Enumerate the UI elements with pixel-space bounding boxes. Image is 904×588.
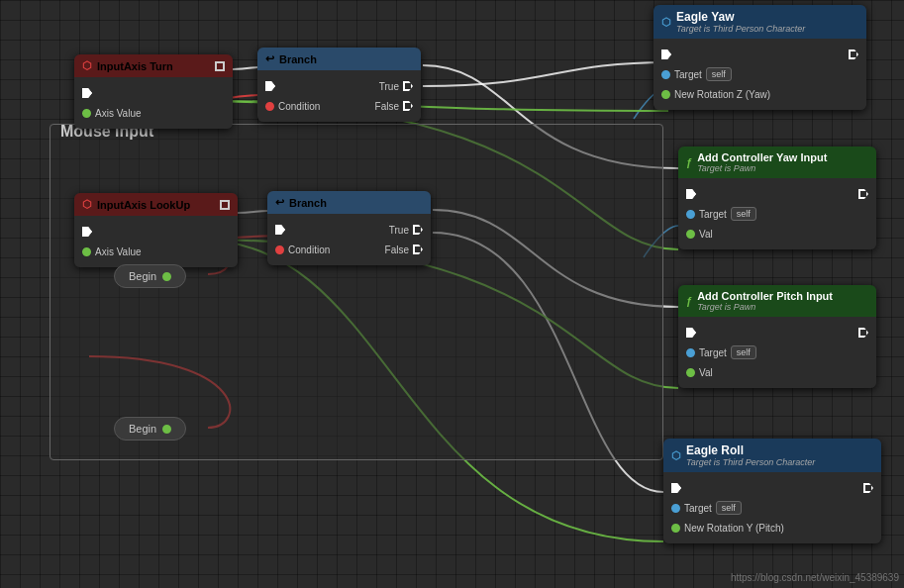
node-header-turn: ⬡ InputAxis Turn <box>74 54 233 77</box>
turn-body: Axis Value <box>74 77 233 129</box>
lookup-marker <box>220 200 230 210</box>
eagle-roll-exec-row <box>663 478 881 498</box>
blueprint-canvas: Mouse input ⬡ InputAxis Turn Axis Value … <box>0 0 904 588</box>
eagle-roll-rotation-label: New Rotation Y (Pitch) <box>684 523 784 534</box>
add-yaw-target-value: self <box>731 207 756 221</box>
turn-exec-out-pin <box>82 88 92 98</box>
add-pitch-target-row: Target self <box>678 343 876 362</box>
add-yaw-val-label: Val <box>699 229 713 240</box>
begin2-label: Begin <box>129 423 156 435</box>
branch1-header: ↩ Branch <box>257 48 421 70</box>
add-pitch-target-value: self <box>731 345 756 359</box>
begin2-pin <box>162 425 171 434</box>
branch1-true-label: True <box>379 81 399 92</box>
turn-marker <box>215 61 225 71</box>
eagle-roll-exec-in <box>671 483 681 493</box>
node-branch1[interactable]: ↩ Branch True Condition False <box>257 48 421 122</box>
add-yaw-target-label: Target <box>699 209 727 220</box>
branch2-icon: ↩ <box>275 196 284 209</box>
eagle-yaw-subtitle: Target is Third Person Character <box>676 24 805 34</box>
lookup-exec-out-pin <box>82 227 92 237</box>
node-add-yaw[interactable]: ƒ Add Controller Yaw Input Target is Paw… <box>678 147 876 249</box>
eagle-yaw-rotation-label: New Rotation Z (Yaw) <box>674 89 770 100</box>
eagle-yaw-rotation-pin <box>661 90 670 99</box>
eagle-yaw-body: Target self New Rotation Z (Yaw) <box>653 39 866 110</box>
add-yaw-target-pin <box>686 210 695 219</box>
node-inputaxis-lookup[interactable]: ⬡ InputAxis LookUp Axis Value <box>74 193 238 267</box>
add-pitch-val-pin <box>686 368 695 377</box>
turn-axis-pin <box>82 109 91 118</box>
lookup-axis-pin <box>82 247 91 256</box>
branch1-icon: ↩ <box>265 52 274 65</box>
eagle-yaw-target-row: Target self <box>653 64 866 84</box>
add-pitch-exec-out <box>858 328 868 338</box>
turn-icon: ⬡ <box>82 59 92 72</box>
node-eagle-yaw[interactable]: ⬡ Eagle Yaw Target is Third Person Chara… <box>653 5 866 110</box>
add-pitch-exec-row <box>678 323 876 343</box>
eagle-roll-target-pin <box>671 504 680 513</box>
branch2-condition-row: Condition False <box>267 240 431 259</box>
branch1-condition-pin <box>265 102 274 111</box>
branch2-exec-in <box>275 225 285 235</box>
watermark-text: https://blog.csdn.net/weixin_45389639 <box>731 572 899 583</box>
add-pitch-target-pin <box>686 348 695 357</box>
eagle-yaw-target-value: self <box>706 67 732 81</box>
turn-axis-label: Axis Value <box>95 108 142 119</box>
eagle-yaw-exec-out <box>849 49 858 59</box>
add-yaw-target-row: Target self <box>678 204 876 224</box>
add-yaw-header: ƒ Add Controller Yaw Input Target is Paw… <box>678 147 876 178</box>
node-inputaxis-turn[interactable]: ⬡ InputAxis Turn Axis Value <box>74 54 233 129</box>
turn-axis-row: Axis Value <box>74 103 233 123</box>
eagle-roll-header: ⬡ Eagle Roll Target is Third Person Char… <box>663 439 881 472</box>
eagle-yaw-title: Eagle Yaw <box>676 10 805 24</box>
node-eagle-roll[interactable]: ⬡ Eagle Roll Target is Third Person Char… <box>663 439 881 543</box>
eagle-roll-rotation-row: New Rotation Y (Pitch) <box>663 518 881 538</box>
branch2-title: Branch <box>289 197 327 209</box>
add-pitch-val-label: Val <box>699 367 713 378</box>
add-pitch-exec-in <box>686 328 696 338</box>
lookup-axis-row: Axis Value <box>74 242 238 261</box>
branch1-exec-in <box>265 81 275 91</box>
eagle-roll-subtitle: Target is Third Person Character <box>686 457 815 467</box>
add-yaw-title: Add Controller Yaw Input <box>697 151 827 163</box>
watermark: https://blog.csdn.net/weixin_45389639 <box>731 572 899 583</box>
branch2-false-label: False <box>385 245 409 255</box>
lookup-exec-row <box>74 222 238 242</box>
eagle-roll-title: Eagle Roll <box>686 443 815 457</box>
lookup-axis-label: Axis Value <box>95 246 142 257</box>
node-branch2[interactable]: ↩ Branch True Condition False <box>267 191 431 265</box>
add-pitch-icon: ƒ <box>686 295 692 307</box>
lookup-body: Axis Value <box>74 216 238 267</box>
branch1-condition-label: Condition <box>278 101 320 112</box>
branch2-condition-pin <box>275 245 284 254</box>
add-yaw-exec-out <box>858 189 868 199</box>
add-yaw-icon: ƒ <box>686 156 692 168</box>
branch1-title: Branch <box>279 53 317 65</box>
add-yaw-val-row: Val <box>678 224 876 244</box>
branch2-false-pin <box>413 245 423 254</box>
add-yaw-body: Target self Val <box>678 178 876 249</box>
eagle-roll-rotation-pin <box>671 524 680 533</box>
begin1-label: Begin <box>129 270 156 282</box>
branch1-false-label: False <box>375 101 399 112</box>
add-pitch-body: Target self Val <box>678 317 876 388</box>
eagle-roll-target-value: self <box>716 501 742 515</box>
eagle-roll-icon: ⬡ <box>671 449 681 462</box>
eagle-roll-target-row: Target self <box>663 498 881 518</box>
add-pitch-title: Add Controller Pitch Input <box>697 290 833 302</box>
add-pitch-subtitle: Target is Pawn <box>697 302 833 312</box>
eagle-roll-exec-out <box>863 483 873 493</box>
turn-exec-row <box>74 83 233 103</box>
begin-pill-2: Begin <box>114 417 186 441</box>
eagle-yaw-header: ⬡ Eagle Yaw Target is Third Person Chara… <box>653 5 866 39</box>
eagle-yaw-exec-row <box>653 45 866 64</box>
node-add-pitch[interactable]: ƒ Add Controller Pitch Input Target is P… <box>678 285 876 388</box>
branch1-condition-row: Condition False <box>257 96 421 116</box>
mouse-input-group: Mouse input <box>50 124 663 460</box>
add-yaw-val-pin <box>686 230 695 239</box>
branch2-true-label: True <box>389 225 409 236</box>
node-header-lookup: ⬡ InputAxis LookUp <box>74 193 238 216</box>
add-yaw-exec-in <box>686 189 696 199</box>
add-pitch-val-row: Val <box>678 362 876 382</box>
branch2-body: True Condition False <box>267 214 431 265</box>
